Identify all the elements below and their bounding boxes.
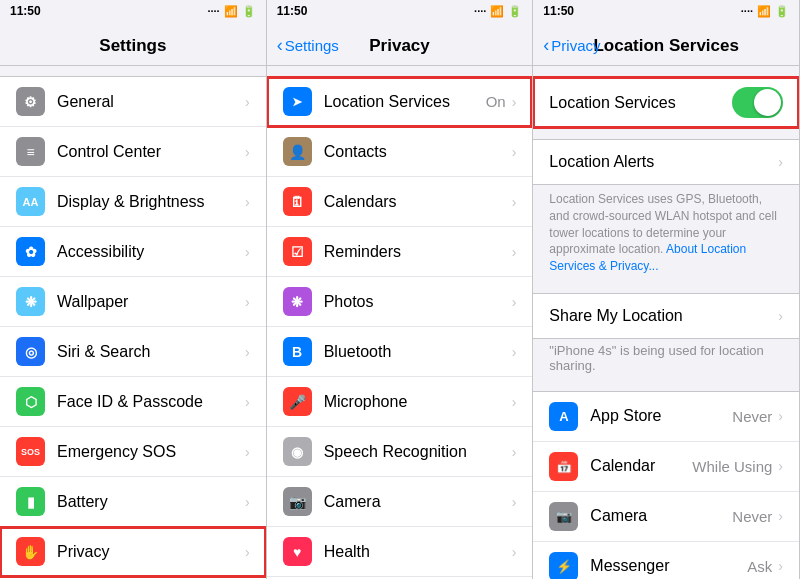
photos-chevron: › — [512, 294, 517, 310]
loc-app-messenger[interactable]: ⚡MessengerAsk› — [533, 542, 799, 579]
settings-item-privacy[interactable]: ✋Privacy› — [0, 527, 266, 577]
calendars-label: Calendars — [324, 193, 512, 211]
location-services-label: Location Services — [549, 94, 732, 112]
battery-3: 🔋 — [775, 5, 789, 18]
display-brightness-icon: AA — [16, 187, 45, 216]
signal-3: ···· — [741, 5, 753, 17]
settings-item-emergency-sos[interactable]: SOSEmergency SOS› — [0, 427, 266, 477]
settings-scroll[interactable]: ⚙General›≡Control Center›AADisplay & Bri… — [0, 66, 266, 579]
settings-item-battery[interactable]: ▮Battery› — [0, 477, 266, 527]
privacy-title: Privacy — [369, 36, 430, 56]
battery-2: 🔋 — [508, 5, 522, 18]
location-services-toggle-row[interactable]: Location Services — [533, 77, 799, 128]
share-location-row[interactable]: Share My Location › — [533, 294, 799, 338]
loc-app-camera-app[interactable]: 📷CameraNever› — [533, 492, 799, 542]
siri-search-icon: ◎ — [16, 337, 45, 366]
camera-app-icon: 📷 — [549, 502, 578, 531]
display-brightness-label: Display & Brightness — [57, 193, 245, 211]
privacy-item-photos[interactable]: ❋Photos› — [267, 277, 533, 327]
status-bar-2: 11:50 ···· 📶 🔋 — [267, 0, 533, 22]
privacy-item-contacts[interactable]: 👤Contacts› — [267, 127, 533, 177]
location-toggle-section: Location Services — [533, 76, 799, 129]
camera-label: Camera — [324, 493, 512, 511]
battery-label: Battery — [57, 493, 245, 511]
control-center-chevron: › — [245, 144, 250, 160]
privacy-item-location-services[interactable]: ➤Location ServicesOn› — [267, 77, 533, 127]
privacy-item-health[interactable]: ♥Health› — [267, 527, 533, 577]
calendars-chevron: › — [512, 194, 517, 210]
settings-item-control-center[interactable]: ≡Control Center› — [0, 127, 266, 177]
privacy-item-calendars[interactable]: 🗓Calendars› — [267, 177, 533, 227]
settings-item-display-brightness[interactable]: AADisplay & Brightness› — [0, 177, 266, 227]
privacy-panel: 11:50 ···· 📶 🔋 ‹ Settings Privacy ➤Locat… — [267, 0, 534, 579]
privacy-item-microphone[interactable]: 🎤Microphone› — [267, 377, 533, 427]
settings-item-general[interactable]: ⚙General› — [0, 77, 266, 127]
settings-item-faceid[interactable]: ⬡Face ID & Passcode› — [0, 377, 266, 427]
reminders-chevron: › — [512, 244, 517, 260]
location-back-button[interactable]: ‹ Privacy — [543, 35, 600, 56]
app-store-chevron: › — [778, 408, 783, 424]
settings-panel: 11:50 ···· 📶 🔋 Settings ⚙General›≡Contro… — [0, 0, 267, 579]
location-back-label: Privacy — [551, 37, 600, 54]
location-title: Location Services — [593, 36, 739, 56]
speech-recognition-icon: ◉ — [283, 437, 312, 466]
privacy-chevron: › — [245, 544, 250, 560]
health-label: Health — [324, 543, 512, 561]
control-center-label: Control Center — [57, 143, 245, 161]
signal-2: ···· — [474, 5, 486, 17]
privacy-nav: ‹ Settings Privacy — [267, 22, 533, 66]
location-scroll[interactable]: Location Services Location Alerts › Loca… — [533, 66, 799, 579]
wallpaper-icon: ❋ — [16, 287, 45, 316]
speech-recognition-chevron: › — [512, 444, 517, 460]
siri-search-label: Siri & Search — [57, 343, 245, 361]
privacy-list: ➤Location ServicesOn›👤Contacts›🗓Calendar… — [267, 76, 533, 579]
status-bar-1: 11:50 ···· 📶 🔋 — [0, 0, 266, 22]
privacy-scroll[interactable]: ➤Location ServicesOn›👤Contacts›🗓Calendar… — [267, 66, 533, 579]
location-toggle[interactable] — [732, 87, 783, 118]
settings-item-siri-search[interactable]: ◎Siri & Search› — [0, 327, 266, 377]
privacy-item-camera[interactable]: 📷Camera› — [267, 477, 533, 527]
privacy-item-bluetooth[interactable]: BBluetooth› — [267, 327, 533, 377]
contacts-chevron: › — [512, 144, 517, 160]
signal-dots: ···· — [207, 5, 219, 17]
share-location-label: Share My Location — [549, 307, 778, 325]
share-chevron: › — [778, 308, 783, 324]
bluetooth-icon: B — [283, 337, 312, 366]
location-alerts-section: Location Alerts › — [533, 139, 799, 185]
accessibility-icon: ✿ — [16, 237, 45, 266]
calendar-icon: 📅 — [549, 452, 578, 481]
wifi-2: 📶 — [490, 5, 504, 18]
speech-recognition-label: Speech Recognition — [324, 443, 512, 461]
emergency-sos-chevron: › — [245, 444, 250, 460]
faceid-chevron: › — [245, 394, 250, 410]
loc-app-calendar[interactable]: 📅CalendarWhile Using› — [533, 442, 799, 492]
status-icons-1: ···· 📶 🔋 — [207, 5, 255, 18]
accessibility-label: Accessibility — [57, 243, 245, 261]
camera-app-label: Camera — [590, 507, 732, 525]
time-1: 11:50 — [10, 4, 41, 18]
general-chevron: › — [245, 94, 250, 110]
health-icon: ♥ — [283, 537, 312, 566]
sharing-note: "iPhone 4s" is being used for location s… — [533, 339, 799, 381]
location-alerts-row[interactable]: Location Alerts › — [533, 140, 799, 184]
camera-icon: 📷 — [283, 487, 312, 516]
location-panel: 11:50 ···· 📶 🔋 ‹ Privacy Location Servic… — [533, 0, 800, 579]
loc-app-app-store[interactable]: AApp StoreNever› — [533, 392, 799, 442]
app-store-icon: A — [549, 402, 578, 431]
calendar-label: Calendar — [590, 457, 692, 475]
photos-icon: ❋ — [283, 287, 312, 316]
privacy-item-speech-recognition[interactable]: ◉Speech Recognition› — [267, 427, 533, 477]
privacy-back-button[interactable]: ‹ Settings — [277, 35, 339, 56]
settings-item-wallpaper[interactable]: ❋Wallpaper› — [0, 277, 266, 327]
camera-app-chevron: › — [778, 508, 783, 524]
privacy-item-reminders[interactable]: ☑Reminders› — [267, 227, 533, 277]
status-bar-3: 11:50 ···· 📶 🔋 — [533, 0, 799, 22]
settings-item-accessibility[interactable]: ✿Accessibility› — [0, 227, 266, 277]
siri-search-chevron: › — [245, 344, 250, 360]
control-center-icon: ≡ — [16, 137, 45, 166]
location-services-chevron: › — [512, 94, 517, 110]
settings-nav: Settings — [0, 22, 266, 66]
photos-label: Photos — [324, 293, 512, 311]
wifi-icon: 📶 — [224, 5, 238, 18]
alerts-chevron: › — [778, 154, 783, 170]
